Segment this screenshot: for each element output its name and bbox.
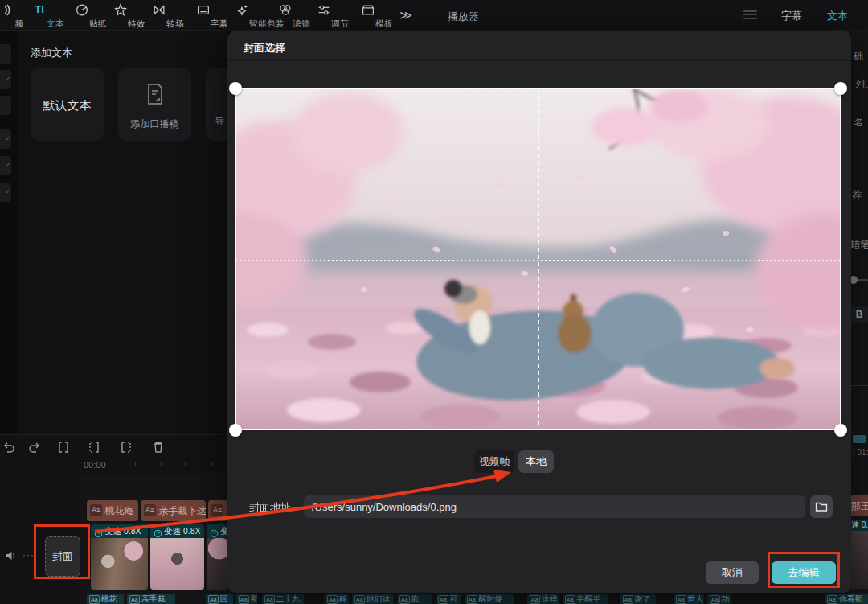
rail-item[interactable]: ✓ (0, 129, 11, 149)
text-icon: TI (33, 3, 47, 17)
tab-local[interactable]: 本地 (518, 450, 554, 473)
split-keep-right-icon[interactable] (119, 440, 133, 454)
subtitle-clip-icon: Aa (89, 595, 100, 604)
crop-handle-top-left[interactable] (229, 82, 242, 95)
sticker-icon (76, 3, 89, 17)
text-clip[interactable]: A≡亲手栽下这些 (141, 500, 206, 521)
top-toolbar: 频 TI 文本 贴纸 特效 转场 字幕 (0, 0, 868, 31)
browse-folder-button[interactable] (810, 495, 833, 518)
subtitle-clip[interactable]: Aa二十九 (262, 594, 304, 604)
rail-item[interactable]: ✓ (0, 70, 11, 89)
template-icon (362, 3, 375, 17)
cancel-button[interactable]: 取消 (706, 561, 759, 584)
subtitle-clip[interactable]: Aa这样 (527, 594, 559, 604)
toolbar-item-template[interactable]: 模板 (352, 0, 384, 31)
subtitle-clip[interactable]: Aa醒时便 (465, 594, 514, 604)
cover-button[interactable]: 封面 (45, 536, 80, 577)
bold-button[interactable]: B (850, 306, 868, 323)
toolbar-item-adjust[interactable]: 调节 (308, 0, 340, 31)
sparkle-icon (236, 3, 250, 17)
split-keep-left-icon[interactable] (87, 440, 101, 454)
default-text-card[interactable]: 默认文本 (31, 68, 104, 141)
subtitle-clip[interactable]: Aa可 (436, 594, 461, 604)
add-text-panel: 添加文本 默认文本 添加口播稿 导 (18, 31, 227, 434)
text-clip-icon: A≡ (211, 504, 223, 516)
tab-video-frame[interactable]: 视频帧 (474, 450, 514, 473)
menu-icon[interactable] (743, 10, 757, 19)
subtitle-clip[interactable]: Aa科 (325, 594, 349, 604)
subtitle-clip[interactable]: Aa那 (236, 594, 257, 604)
rail-item[interactable] (0, 44, 11, 64)
go-edit-button[interactable]: 去编辑 (772, 561, 836, 584)
subtitle-clip[interactable]: Aa功 (707, 594, 731, 604)
delete-icon[interactable] (151, 440, 166, 454)
cover-preview-image (235, 88, 841, 430)
cover-address-label: 封面地址 (249, 500, 291, 515)
toolbar-item-effects[interactable]: 特效 (104, 0, 137, 31)
subtitle-clip[interactable]: Aa世人 (674, 594, 704, 604)
cover-address-input[interactable] (304, 495, 805, 518)
speaker-muted-icon[interactable] (5, 549, 18, 562)
panel-tab-captions[interactable]: 字幕 (781, 9, 802, 23)
toolbar-item-audio[interactable]: 频 (0, 0, 19, 31)
text-clip-icon: A≡ (144, 504, 156, 516)
app-window: 频 TI 文本 贴纸 特效 转场 字幕 (0, 0, 868, 604)
video-thumbnail (150, 538, 204, 590)
rail-item[interactable] (0, 96, 11, 115)
video-clip[interactable]: 变速 0.8X (150, 524, 204, 590)
panel-tab-text[interactable]: 文本 (827, 9, 848, 23)
subtitle-clip[interactable]: Aa你看那 (825, 594, 868, 604)
toolbar-item-filter[interactable]: 滤镜 (269, 0, 301, 31)
document-icon (143, 82, 167, 106)
video-clip[interactable]: 变速 0.8X (207, 524, 227, 590)
toolbar-item-sticker[interactable]: 贴纸 (66, 0, 98, 31)
toolbar-item-smart-pack[interactable]: 智能包装 (219, 0, 267, 31)
subtitle-clip[interactable]: Aa半醒半 (563, 594, 608, 604)
folder-icon (815, 500, 828, 513)
speed-icon (94, 527, 103, 536)
teal-chip (853, 435, 866, 443)
dialog-title: 封面选择 (244, 41, 285, 55)
crop-handle-bottom-right[interactable] (834, 424, 847, 437)
subtitle-clip[interactable]: Aa谢了 (620, 594, 656, 604)
effects-icon (114, 3, 128, 17)
subtitle-clip[interactable]: Aa亲手栽 (127, 594, 175, 604)
subtitle-clip[interactable]: Aa他们这 (352, 594, 394, 604)
text-clip-icon: A≡ (90, 504, 102, 516)
toolbar-item-transition[interactable]: 转场 (143, 0, 175, 31)
redo-icon[interactable] (27, 440, 42, 454)
video-thumbnail (207, 538, 227, 590)
rail-item[interactable]: ✓ (0, 156, 11, 175)
panel-section-title: 添加文本 (31, 46, 72, 60)
speed-icon (210, 527, 219, 536)
subtitle-clip[interactable]: Aa桃花 (87, 594, 124, 604)
toolbar-item-text[interactable]: TI 文本 (23, 0, 55, 31)
speed-icon (154, 527, 162, 536)
text-clip[interactable]: A≡ (208, 500, 227, 521)
video-thumbnail (851, 531, 868, 589)
subtitle-clip[interactable]: Aa回 (206, 594, 233, 604)
player-panel-label: 播放器 (448, 10, 479, 24)
double-chevron-icon: ≫ (399, 8, 412, 22)
rail-item[interactable]: ✓ (0, 183, 11, 202)
text-clip[interactable]: A≡桃花庵 (87, 500, 138, 521)
video-clip[interactable]: 变速 0.8X (91, 524, 148, 590)
video-thumbnail (91, 538, 148, 590)
undo-icon[interactable] (2, 440, 16, 454)
split-icon[interactable] (56, 440, 71, 454)
timecode: 00:00 (84, 460, 106, 470)
right-panel-fragment: 础 列、 名 荐 蜡笔 B | 01: 那王 速 0. (851, 31, 868, 593)
subtitle-clip[interactable]: Aa靠 (397, 594, 432, 604)
audio-icon (0, 3, 10, 17)
more-options-icon[interactable]: ··· (23, 549, 35, 561)
crop-guide-horizontal (235, 260, 841, 261)
captions-icon (197, 3, 211, 17)
add-speech-script-card[interactable]: 添加口播稿 (118, 68, 191, 141)
adjust-icon (317, 3, 331, 17)
filter-icon (279, 3, 293, 17)
transition-icon (153, 3, 166, 17)
toolbar-item-captions[interactable]: 字幕 (187, 0, 219, 31)
cover-select-dialog: 封面选择 (227, 31, 851, 593)
crop-handle-top-right[interactable] (834, 82, 847, 95)
crop-handle-bottom-left[interactable] (229, 424, 242, 437)
